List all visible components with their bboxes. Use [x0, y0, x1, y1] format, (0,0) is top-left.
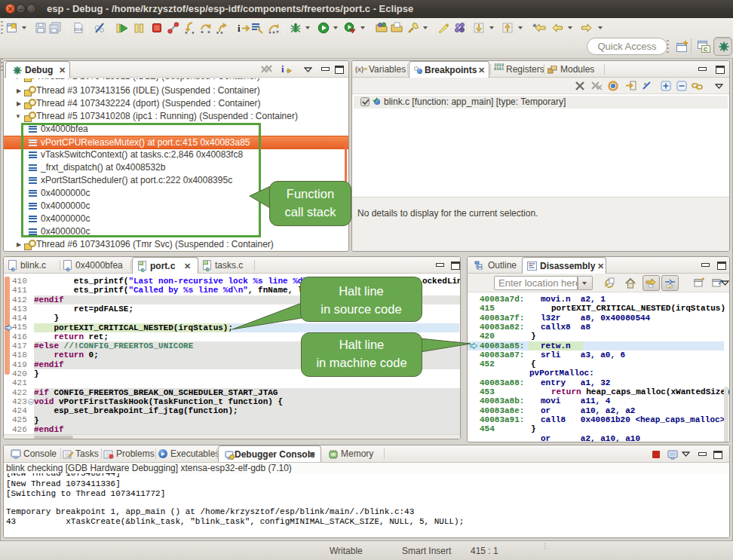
svg-text:C: C [704, 47, 707, 52]
svg-text:010: 010 [75, 27, 83, 32]
svg-text:i: i [238, 23, 241, 34]
